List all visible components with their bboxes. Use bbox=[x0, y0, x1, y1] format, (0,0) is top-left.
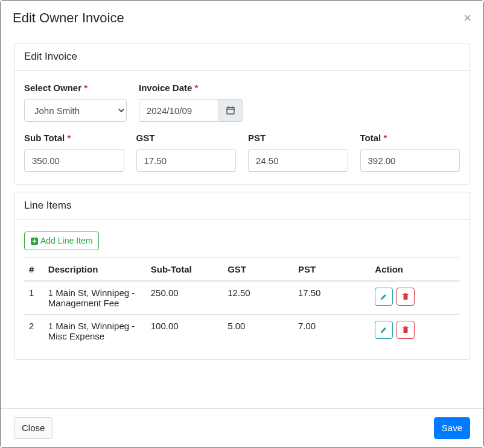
edit-invoice-panel: Edit Invoice Select Owner * John Smith I… bbox=[14, 43, 470, 185]
col-header-pst: PST bbox=[293, 258, 370, 282]
cell-sub: 100.00 bbox=[146, 315, 223, 348]
cell-action bbox=[370, 281, 460, 315]
col-header-action: Action bbox=[370, 258, 460, 282]
required-asterisk: * bbox=[67, 133, 71, 143]
svg-rect-7 bbox=[404, 295, 408, 300]
total-label: Total * bbox=[360, 133, 460, 143]
svg-rect-10 bbox=[404, 328, 408, 333]
pencil-icon bbox=[380, 292, 388, 301]
cell-num: 2 bbox=[24, 315, 43, 348]
line-items-panel: Line Items Add Line Item # Description S… bbox=[14, 192, 470, 360]
modal-header: Edit Owner Invoice × bbox=[1, 1, 483, 36]
total-field[interactable] bbox=[360, 149, 460, 172]
cell-gst: 12.50 bbox=[223, 281, 293, 315]
cell-action bbox=[370, 315, 460, 348]
plus-icon bbox=[31, 238, 38, 245]
required-asterisk: * bbox=[383, 133, 387, 143]
required-asterisk: * bbox=[195, 83, 199, 93]
svg-rect-9 bbox=[405, 293, 407, 294]
select-owner-label: Select Owner * bbox=[24, 83, 127, 93]
edit-invoice-panel-title: Edit Invoice bbox=[14, 43, 470, 71]
pst-field[interactable] bbox=[248, 149, 348, 172]
cell-desc: 1 Main St, Winnipeg - Management Fee bbox=[43, 281, 146, 315]
svg-rect-11 bbox=[403, 327, 409, 329]
delete-line-item-button[interactable] bbox=[396, 288, 415, 306]
cell-pst: 17.50 bbox=[293, 281, 370, 315]
subtotal-label: Sub Total * bbox=[24, 133, 124, 143]
svg-rect-12 bbox=[405, 326, 407, 327]
table-row: 2 1 Main St, Winnipeg - Misc Expense 100… bbox=[24, 315, 460, 348]
edit-line-item-button[interactable] bbox=[375, 288, 393, 306]
calendar-button[interactable] bbox=[218, 99, 243, 122]
calendar-icon bbox=[226, 106, 235, 115]
line-items-table: # Description Sub-Total GST PST Action 1… bbox=[24, 257, 460, 347]
save-button[interactable]: Save bbox=[434, 417, 470, 440]
pencil-icon bbox=[380, 326, 388, 334]
gst-label: GST bbox=[136, 133, 237, 143]
add-line-item-label: Add Line Item bbox=[40, 235, 92, 247]
cell-pst: 7.00 bbox=[293, 315, 370, 348]
svg-rect-0 bbox=[227, 107, 234, 114]
col-header-gst: GST bbox=[223, 258, 293, 282]
line-items-panel-title: Line Items bbox=[14, 192, 470, 219]
trash-icon bbox=[401, 326, 410, 334]
invoice-date-field[interactable] bbox=[139, 99, 218, 122]
svg-rect-8 bbox=[403, 294, 409, 295]
total-label-text: Total bbox=[360, 133, 381, 143]
modal-footer: Close Save bbox=[1, 408, 483, 448]
add-line-item-button[interactable]: Add Line Item bbox=[24, 232, 99, 250]
invoice-date-label: Invoice Date * bbox=[139, 83, 243, 93]
gst-field[interactable] bbox=[136, 149, 237, 172]
col-header-num: # bbox=[24, 258, 43, 282]
table-row: 1 1 Main St, Winnipeg - Management Fee 2… bbox=[24, 281, 460, 315]
modal-title: Edit Owner Invoice bbox=[13, 10, 124, 26]
cell-sub: 250.00 bbox=[146, 281, 223, 315]
cell-desc: 1 Main St, Winnipeg - Misc Expense bbox=[43, 315, 146, 348]
cell-gst: 5.00 bbox=[223, 315, 293, 348]
col-header-desc: Description bbox=[43, 258, 146, 282]
close-icon[interactable]: × bbox=[463, 11, 471, 25]
trash-icon bbox=[401, 292, 410, 301]
close-button[interactable]: Close bbox=[14, 417, 53, 440]
select-owner-label-text: Select Owner bbox=[24, 83, 81, 93]
select-owner-field[interactable]: John Smith bbox=[24, 99, 127, 122]
pst-label: PST bbox=[248, 133, 348, 143]
invoice-date-label-text: Invoice Date bbox=[139, 83, 192, 93]
delete-line-item-button[interactable] bbox=[396, 321, 415, 339]
subtotal-label-text: Sub Total bbox=[24, 133, 65, 143]
col-header-sub: Sub-Total bbox=[146, 258, 223, 282]
required-asterisk: * bbox=[84, 83, 88, 93]
modal-body: Edit Invoice Select Owner * John Smith I… bbox=[1, 36, 483, 408]
cell-num: 1 bbox=[24, 281, 43, 315]
edit-line-item-button[interactable] bbox=[375, 321, 393, 339]
edit-owner-invoice-modal: Edit Owner Invoice × Edit Invoice Select… bbox=[0, 0, 484, 448]
subtotal-field[interactable] bbox=[24, 149, 124, 172]
